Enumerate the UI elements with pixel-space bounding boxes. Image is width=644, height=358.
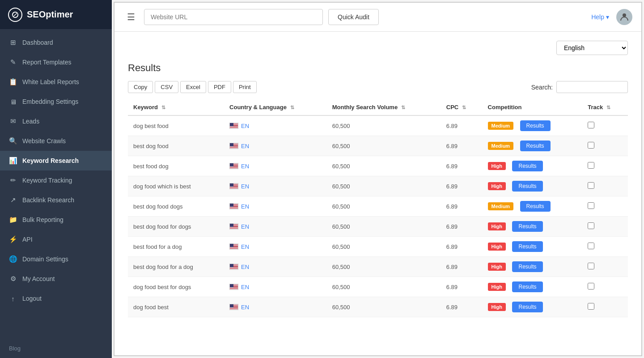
sidebar-item-api[interactable]: ⚡ API: [0, 230, 112, 249]
competition-badge: Medium: [488, 122, 514, 130]
hamburger-menu-icon[interactable]: ☰: [123, 10, 139, 24]
cell-cpc: 6.89: [441, 115, 483, 136]
website-url-input[interactable]: [144, 9, 323, 25]
search-input[interactable]: [556, 81, 628, 93]
sidebar-item-domain-settings[interactable]: 🌐 Domain Settings: [0, 249, 112, 269]
sidebar-item-keyword-research[interactable]: 📊 Keyword Research: [0, 151, 112, 170]
cell-keyword: best dog food for a dog: [128, 257, 224, 277]
results-button[interactable]: Results: [512, 181, 542, 192]
sidebar-label-website-crawls: Website Crawls: [22, 137, 66, 145]
sort-icon-track[interactable]: ⇅: [606, 105, 610, 110]
nav-icon-keyword-tracking: ✏: [9, 176, 17, 184]
cell-keyword: best dog food for dogs: [128, 217, 224, 237]
sort-icon-volume[interactable]: ⇅: [401, 105, 405, 110]
cell-track: [582, 115, 628, 136]
sidebar-item-my-account[interactable]: ⚙ My Account: [0, 269, 112, 289]
user-avatar[interactable]: [616, 9, 632, 25]
lang-link[interactable]: EN: [241, 284, 249, 290]
sidebar-navigation: ⊞ Dashboard ✎ Report Templates 📋 White L…: [0, 29, 112, 339]
sidebar-item-logout[interactable]: ↑ Logout: [0, 289, 112, 308]
export-csv-button[interactable]: CSV: [155, 81, 178, 93]
sidebar-logo[interactable]: SEOptimer: [0, 0, 112, 29]
results-button[interactable]: Results: [520, 141, 551, 151]
competition-badge: High: [488, 283, 506, 291]
us-flag-icon: [229, 243, 238, 250]
sidebar-item-dashboard[interactable]: ⊞ Dashboard: [0, 33, 112, 52]
results-button[interactable]: Results: [512, 261, 542, 272]
sort-icon-cpc[interactable]: ⇅: [462, 105, 466, 110]
cell-volume: 60,500: [327, 136, 441, 156]
us-flag-icon: [229, 143, 238, 149]
export-excel-button[interactable]: Excel: [180, 81, 206, 93]
track-checkbox[interactable]: [588, 122, 594, 128]
track-checkbox[interactable]: [588, 182, 594, 189]
help-button[interactable]: Help ▾: [591, 13, 609, 21]
cell-competition: Medium Results: [483, 115, 583, 136]
results-button[interactable]: Results: [520, 120, 551, 131]
results-button[interactable]: Results: [512, 281, 542, 292]
track-checkbox[interactable]: [588, 303, 594, 310]
export-print-button[interactable]: Print: [233, 81, 257, 93]
sidebar-blog-link[interactable]: Blog: [0, 339, 112, 358]
nav-icon-api: ⚡: [9, 235, 17, 243]
track-checkbox[interactable]: [588, 263, 594, 269]
lang-link[interactable]: EN: [241, 203, 249, 210]
sidebar-item-embedding-settings[interactable]: 🖥 Embedding Settings: [0, 92, 112, 111]
cell-track: [582, 196, 628, 217]
cell-track: [582, 217, 628, 237]
language-select[interactable]: EnglishSpanishFrenchGerman: [556, 41, 628, 55]
competition-badge: High: [488, 222, 506, 230]
sidebar-item-leads[interactable]: ✉ Leads: [0, 111, 112, 131]
track-checkbox[interactable]: [588, 142, 594, 149]
export-buttons: CopyCSVExcelPDFPrint: [128, 81, 257, 93]
col-competition: Competition: [483, 99, 583, 115]
export-pdf-button[interactable]: PDF: [208, 81, 231, 93]
us-flag-icon: [229, 163, 238, 169]
table-body: dog best food EN 60,500 6.89 Medium Resu…: [128, 115, 628, 317]
sidebar-item-white-label-reports[interactable]: 📋 White Label Reports: [0, 72, 112, 92]
competition-badge: High: [488, 263, 506, 271]
quick-audit-button[interactable]: Quick Audit: [328, 9, 379, 25]
track-checkbox[interactable]: [588, 243, 594, 249]
sidebar-item-backlink-research[interactable]: ↗ Backlink Research: [0, 190, 112, 210]
sidebar-item-website-crawls[interactable]: 🔍 Website Crawls: [0, 131, 112, 151]
results-title: Results: [128, 62, 628, 74]
sidebar-item-bulk-reporting[interactable]: 📁 Bulk Reporting: [0, 210, 112, 230]
sidebar-item-keyword-tracking[interactable]: ✏ Keyword Tracking: [0, 170, 112, 190]
cell-country-lang: EN: [224, 237, 327, 257]
results-button[interactable]: Results: [512, 302, 542, 312]
lang-link[interactable]: EN: [241, 304, 249, 311]
cell-competition: High Results: [483, 257, 583, 277]
cell-track: [582, 297, 628, 317]
lang-link[interactable]: EN: [241, 123, 249, 129]
lang-link[interactable]: EN: [241, 264, 249, 270]
sort-icon-country[interactable]: ⇅: [290, 105, 294, 110]
sort-icon-keyword[interactable]: ⇅: [161, 105, 165, 110]
results-button[interactable]: Results: [512, 161, 542, 171]
sidebar-item-report-templates[interactable]: ✎ Report Templates: [0, 52, 112, 72]
competition-badge: Medium: [488, 142, 514, 150]
nav-icon-my-account: ⚙: [9, 275, 17, 283]
cell-cpc: 6.89: [441, 277, 483, 297]
lang-link[interactable]: EN: [241, 243, 249, 250]
results-button[interactable]: Results: [512, 241, 542, 252]
cell-keyword: best food for a dog: [128, 237, 224, 257]
lang-link[interactable]: EN: [241, 143, 249, 149]
results-button[interactable]: Results: [512, 221, 542, 232]
track-checkbox[interactable]: [588, 162, 594, 169]
track-checkbox[interactable]: [588, 283, 594, 290]
lang-link[interactable]: EN: [241, 223, 249, 230]
us-flag-icon: [229, 284, 238, 290]
cell-country-lang: EN: [224, 297, 327, 317]
cell-keyword: dog food best: [128, 297, 224, 317]
track-checkbox[interactable]: [588, 202, 594, 209]
lang-link[interactable]: EN: [241, 163, 249, 170]
cell-track: [582, 257, 628, 277]
export-copy-button[interactable]: Copy: [128, 81, 153, 93]
us-flag-icon: [229, 183, 238, 189]
track-checkbox[interactable]: [588, 222, 594, 229]
lang-link[interactable]: EN: [241, 183, 249, 190]
cell-keyword: dog food which is best: [128, 176, 224, 196]
results-button[interactable]: Results: [520, 201, 551, 212]
us-flag-icon: [229, 304, 238, 310]
